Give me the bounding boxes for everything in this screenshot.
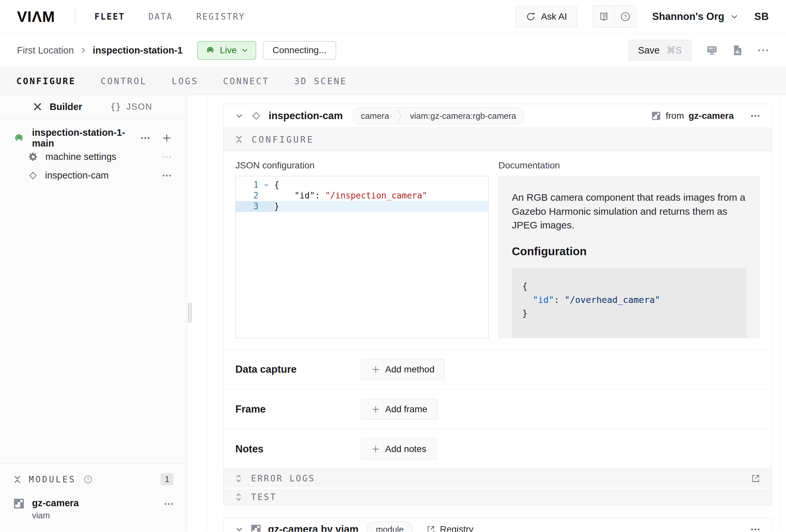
notes-row: Notes Add notes	[224, 429, 772, 469]
add-notes-button[interactable]: Add notes	[361, 439, 436, 460]
module-list-item[interactable]: gz-camera viam	[13, 498, 174, 521]
plus-icon	[371, 405, 380, 414]
viam-logo[interactable]: VIΛM	[17, 8, 55, 25]
add-component-button[interactable]	[162, 133, 172, 143]
code-text: }	[522, 308, 528, 318]
add-method-button[interactable]: Add method	[361, 359, 444, 380]
editor-line-active: 3 }	[236, 201, 488, 212]
org-name: Shannon's Org	[652, 11, 724, 23]
breadcrumb-location[interactable]: First Location	[17, 45, 74, 56]
tab-logs[interactable]: LOGS	[172, 76, 198, 86]
open-logs-external-icon[interactable]	[751, 473, 761, 483]
doc-description: An RGB camera component that reads image…	[512, 191, 746, 232]
chevron-down-icon	[730, 13, 739, 21]
nav-link-registry[interactable]: REGISTRY	[196, 12, 245, 22]
tree-item-label: inspection-cam	[45, 170, 109, 181]
configure-section-title: CONFIGURE	[252, 135, 314, 145]
part-menu-button[interactable]	[140, 136, 150, 140]
pill-divider-chevron	[397, 109, 402, 123]
machine-menu-button[interactable]	[757, 48, 769, 52]
documentation-column: Documentation An RGB camera component th…	[499, 160, 760, 338]
breadcrumb-chevron-icon	[79, 47, 87, 54]
ask-ai-button[interactable]: Ask AI	[515, 6, 577, 27]
module-card-title: gz-camera by viam	[268, 524, 359, 532]
add-frame-button[interactable]: Add frame	[361, 399, 437, 420]
data-capture-row: Data capture Add method	[224, 349, 772, 389]
from-label: from	[666, 111, 684, 121]
plus-icon	[371, 445, 380, 453]
module-org: viam	[32, 510, 79, 521]
machine-name: inspection-station-1	[93, 45, 183, 56]
collapse-icon[interactable]	[13, 475, 22, 484]
doc-configuration-heading: Configuration	[512, 245, 746, 258]
user-avatar[interactable]: SB	[754, 11, 769, 23]
from-module-name[interactable]: gz-camera	[688, 111, 734, 121]
module-menu-button[interactable]	[164, 498, 174, 506]
external-link-icon	[426, 525, 435, 532]
diamond-icon	[251, 111, 261, 121]
registry-link[interactable]: Registry	[426, 524, 473, 532]
module-badge: module	[367, 522, 412, 532]
json-sep: :	[315, 191, 325, 201]
tab-3d-scene[interactable]: 3D SCENE	[294, 76, 347, 86]
line-number: 2	[236, 190, 258, 201]
connecting-button[interactable]: Connecting...	[263, 41, 336, 60]
collapse-icon	[235, 474, 242, 483]
modules-title: MODULES	[29, 475, 76, 484]
save-label: Save	[638, 45, 660, 56]
machine-report-button[interactable]	[733, 45, 742, 56]
ellipsis-icon	[757, 48, 769, 52]
doc-code-block: { "id": "/overhead_camera" }	[512, 268, 746, 338]
save-button[interactable]: Save ⌘S	[629, 40, 691, 61]
component-menu-button[interactable]	[750, 114, 761, 117]
chevron-down-icon[interactable]	[235, 525, 244, 532]
save-shortcut: ⌘S	[666, 45, 682, 56]
chevron-down-icon[interactable]	[235, 111, 244, 120]
notes-label: Notes	[235, 443, 361, 455]
json-mode-toggle[interactable]: {} JSON	[110, 101, 153, 112]
collapse-icon[interactable]	[235, 135, 243, 144]
item-menu-button[interactable]	[162, 174, 172, 177]
configure-section-bar: CONFIGURE	[224, 128, 772, 151]
json-value: "/inspection_camera"	[325, 191, 427, 201]
sidebar-gutter	[187, 95, 207, 532]
question-circle-icon[interactable]: ?	[83, 475, 93, 484]
builder-mode-toggle[interactable]: Builder	[33, 101, 82, 112]
json-config-editor[interactable]: 1 { 2 "id": "/inspection_camera" 3 }	[235, 176, 489, 338]
docs-button[interactable]	[593, 6, 615, 27]
module-icon	[651, 111, 661, 121]
diamond-icon	[28, 171, 38, 181]
remote-view-button[interactable]	[707, 45, 717, 55]
ask-ai-sparkle-icon	[526, 11, 536, 22]
nav-link-fleet[interactable]: FLEET	[94, 12, 125, 22]
module-card-menu-button[interactable]	[750, 528, 761, 531]
top-nav: VIΛM FLEET DATA REGISTRY Ask AI ?	[0, 0, 786, 33]
error-logs-bar[interactable]: ERROR LOGS	[224, 469, 772, 488]
tab-connect[interactable]: CONNECT	[223, 76, 269, 86]
org-switcher[interactable]: Shannon's Org	[652, 11, 739, 23]
live-status-badge[interactable]: Live	[197, 41, 256, 60]
tree-item-inspection-cam[interactable]: inspection-cam	[0, 166, 187, 185]
machine-part-tree: inspection-station-1-main machine settin…	[0, 119, 187, 463]
ask-ai-label: Ask AI	[541, 11, 567, 22]
connecting-label: Connecting...	[273, 45, 326, 55]
builder-label: Builder	[50, 101, 82, 112]
tab-control[interactable]: CONTROL	[100, 76, 147, 86]
json-sep: :	[554, 295, 565, 305]
sidebar-resize-handle[interactable]	[188, 303, 192, 323]
broadcast-icon	[205, 45, 215, 55]
collapse-icon	[235, 493, 242, 501]
fold-chevron-icon[interactable]	[258, 180, 274, 190]
tab-configure[interactable]: CONFIGURE	[16, 76, 76, 86]
add-notes-label: Add notes	[385, 444, 426, 454]
help-button[interactable]: ?	[615, 6, 636, 27]
frame-label: Frame	[235, 403, 361, 415]
tree-item-machine-settings[interactable]: machine settings	[0, 147, 187, 166]
test-bar[interactable]: TEST	[224, 488, 772, 505]
nav-link-data[interactable]: DATA	[148, 12, 173, 22]
item-menu-button[interactable]	[162, 155, 172, 159]
tree-root-main-part[interactable]: inspection-station-1-main	[0, 129, 187, 147]
component-name: inspection-cam	[269, 110, 343, 122]
live-status-label: Live	[220, 45, 237, 55]
component-type: camera	[353, 111, 397, 121]
